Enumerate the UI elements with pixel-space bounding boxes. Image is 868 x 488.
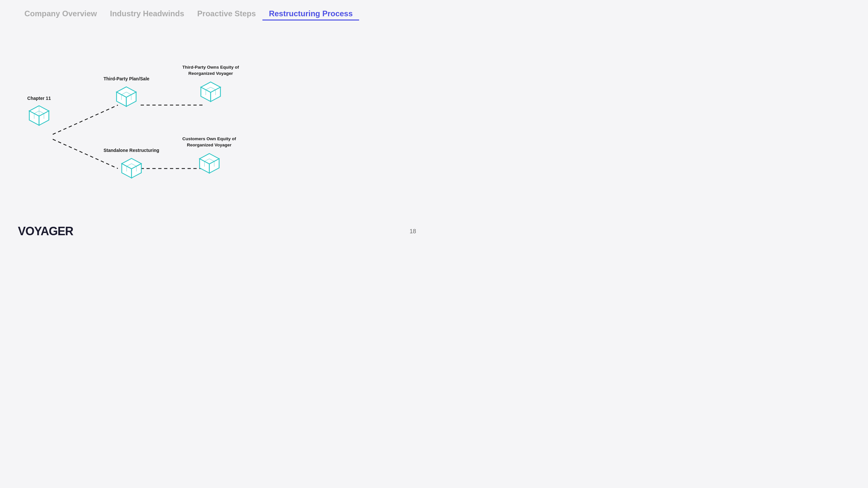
node-thirdparty-owns: Third-Party Owns Equity of Reorganized V… xyxy=(182,64,239,105)
node-standalone: Standalone Restructuring xyxy=(103,148,159,182)
footer: VOYAGER 18 xyxy=(18,225,416,238)
customers-own-cube-icon xyxy=(196,151,222,177)
page-number: 18 xyxy=(410,228,416,235)
nav-proactive-steps[interactable]: Proactive Steps xyxy=(191,9,262,18)
diagram-lines xyxy=(0,27,434,229)
thirdparty-plan-cube-icon xyxy=(113,84,140,110)
chapter11-cube-icon xyxy=(26,103,52,129)
thirdparty-owns-label: Third-Party Owns Equity of Reorganized V… xyxy=(182,64,239,77)
node-customers-own: Customers Own Equity of Reorganized Voya… xyxy=(182,136,236,177)
diagram-area: Chapter 11 Third-Party Plan/Sale xyxy=(0,27,434,229)
chapter11-label: Chapter 11 xyxy=(27,95,51,101)
customers-own-label: Customers Own Equity of Reorganized Voya… xyxy=(182,136,236,148)
nav-company-overview[interactable]: Company Overview xyxy=(18,9,103,18)
voyager-logo: VOYAGER xyxy=(18,225,73,238)
navigation: Company Overview Industry Headwinds Proa… xyxy=(0,0,434,21)
node-thirdparty-plan: Third-Party Plan/Sale xyxy=(103,76,150,110)
thirdparty-plan-label: Third-Party Plan/Sale xyxy=(103,76,150,82)
standalone-label: Standalone Restructuring xyxy=(103,148,159,153)
thirdparty-owns-cube-icon xyxy=(198,79,224,105)
standalone-cube-icon xyxy=(119,156,145,182)
node-chapter11: Chapter 11 xyxy=(26,95,52,129)
nav-restructuring-process[interactable]: Restructuring Process xyxy=(262,9,359,21)
nav-industry-headwinds[interactable]: Industry Headwinds xyxy=(103,9,191,18)
